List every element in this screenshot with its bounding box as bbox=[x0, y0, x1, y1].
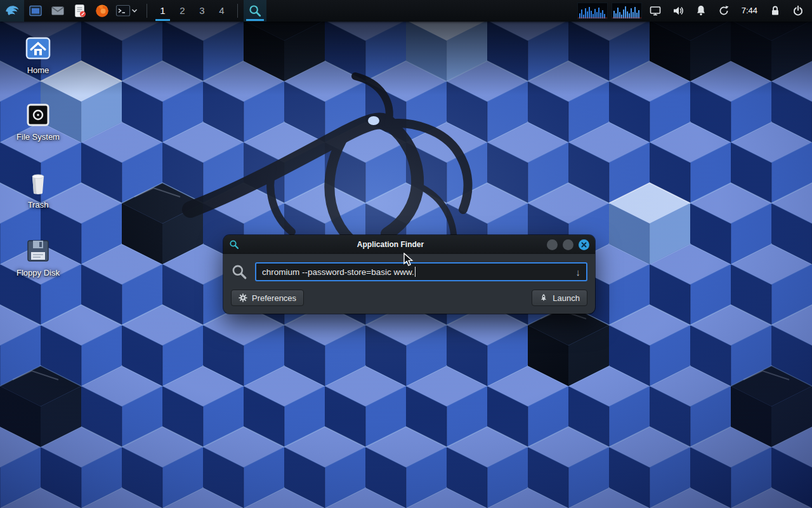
preferences-button-label: Preferences bbox=[252, 293, 296, 303]
command-input-value: chromium --password-store=basic www. bbox=[262, 267, 414, 277]
gear-icon bbox=[239, 293, 247, 302]
file-system-icon bbox=[23, 100, 53, 130]
terminal-launcher[interactable] bbox=[113, 0, 141, 22]
firefox-launcher[interactable] bbox=[91, 0, 113, 22]
mail-icon bbox=[50, 3, 65, 18]
window-body: chromium --password-store=basic www. ↓ bbox=[223, 254, 595, 314]
refresh-icon bbox=[717, 4, 730, 17]
system-tray: 7:44 bbox=[575, 0, 812, 22]
file-manager-launcher[interactable] bbox=[24, 0, 46, 22]
desktop-icon-label: Home bbox=[8, 65, 69, 75]
workspace-button-2[interactable]: 2 bbox=[173, 0, 192, 22]
close-button[interactable] bbox=[579, 239, 589, 250]
updates-tray[interactable] bbox=[712, 0, 735, 22]
workspace-button-4[interactable]: 4 bbox=[212, 0, 232, 22]
minimize-button[interactable] bbox=[547, 239, 558, 250]
text-editor-icon bbox=[72, 3, 88, 18]
panel-clock[interactable]: 7:44 bbox=[735, 0, 764, 22]
desktop-icon-trash[interactable]: Trash bbox=[8, 168, 69, 210]
application-finder-window: Application Finder chromium --password-s… bbox=[223, 235, 595, 314]
close-icon bbox=[581, 242, 587, 248]
workspace-button-1[interactable]: 1 bbox=[153, 0, 173, 22]
desktop-icon-label: Floppy Disk bbox=[8, 268, 69, 277]
bell-icon bbox=[695, 4, 707, 17]
chevron-down-icon bbox=[131, 7, 138, 15]
dropdown-arrow-icon[interactable]: ↓ bbox=[571, 267, 581, 277]
top-panel: 1 2 3 4 bbox=[0, 0, 812, 22]
taskbar-application-finder[interactable] bbox=[244, 0, 266, 22]
text-caret bbox=[415, 267, 416, 277]
application-finder-task-icon bbox=[248, 4, 262, 18]
maximize-button[interactable] bbox=[563, 239, 573, 250]
power-icon bbox=[792, 4, 804, 17]
notifications-tray[interactable] bbox=[690, 0, 712, 22]
search-row: chromium --password-store=basic www. ↓ bbox=[231, 262, 587, 281]
kali-menu-icon bbox=[4, 3, 20, 19]
terminal-icon bbox=[115, 3, 131, 18]
floppy-disk-icon bbox=[23, 236, 53, 266]
desktop-icon-floppy-disk[interactable]: Floppy Disk bbox=[8, 236, 69, 277]
applications-menu-button[interactable] bbox=[0, 0, 24, 22]
screen-lock-tray[interactable] bbox=[764, 0, 787, 22]
desktop-icon-label: File System bbox=[8, 132, 69, 142]
text-editor-launcher[interactable] bbox=[69, 0, 91, 22]
desktop-icon-label: Trash bbox=[8, 200, 69, 210]
cpu-monitor-graph[interactable] bbox=[612, 3, 642, 19]
home-icon bbox=[23, 33, 53, 64]
window-titlebar[interactable]: Application Finder bbox=[223, 235, 595, 254]
trash-icon bbox=[23, 168, 53, 198]
lock-icon bbox=[769, 4, 782, 17]
panel-separator bbox=[237, 4, 238, 18]
desktop-icon-home[interactable]: Home bbox=[8, 33, 69, 75]
display-icon bbox=[649, 4, 662, 17]
button-row: Preferences Launch bbox=[231, 290, 587, 306]
network-monitor-graph[interactable] bbox=[577, 3, 608, 19]
workspace-button-3[interactable]: 3 bbox=[192, 0, 212, 22]
panel-separator bbox=[147, 4, 147, 18]
preferences-button[interactable]: Preferences bbox=[231, 290, 304, 306]
volume-tray[interactable] bbox=[667, 0, 690, 22]
mail-launcher[interactable] bbox=[46, 0, 69, 22]
command-input[interactable]: chromium --password-store=basic www. ↓ bbox=[255, 262, 587, 281]
firefox-icon bbox=[95, 3, 110, 18]
volume-icon bbox=[672, 4, 684, 17]
window-title: Application Finder bbox=[239, 240, 542, 249]
display-settings-tray[interactable] bbox=[644, 0, 667, 22]
search-icon bbox=[231, 264, 247, 280]
file-manager-icon bbox=[28, 3, 43, 18]
launch-icon bbox=[539, 293, 548, 302]
launch-button[interactable]: Launch bbox=[532, 290, 587, 306]
launch-button-label: Launch bbox=[553, 293, 580, 303]
application-finder-icon bbox=[229, 239, 239, 250]
power-tray[interactable] bbox=[787, 0, 809, 22]
desktop-icon-file-system[interactable]: File System bbox=[8, 100, 69, 142]
